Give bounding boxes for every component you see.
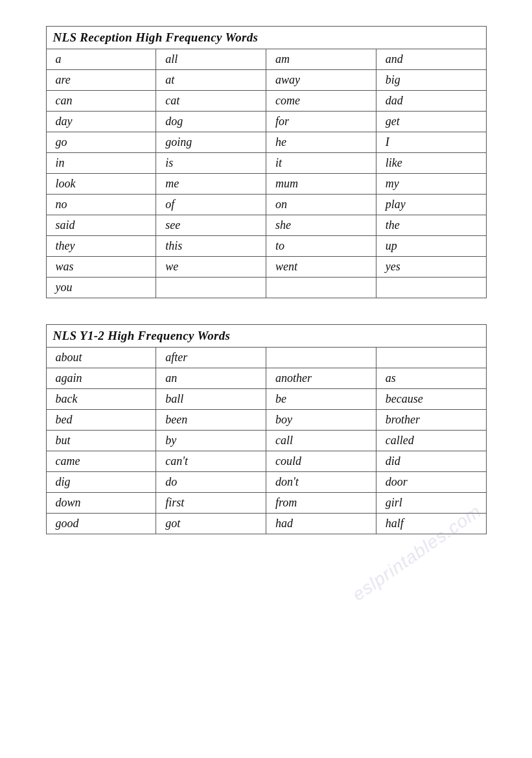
table-cell: came xyxy=(46,451,156,472)
table-cell: of xyxy=(156,195,266,215)
table-cell: and xyxy=(376,49,486,70)
table-cell: after xyxy=(156,348,266,368)
table-cell: me xyxy=(156,174,266,195)
table-cell: he xyxy=(266,132,376,153)
table-cell: we xyxy=(156,257,266,278)
table-cell: to xyxy=(266,236,376,257)
table-cell xyxy=(376,348,486,368)
table-cell: called xyxy=(376,431,486,451)
table-cell: by xyxy=(156,431,266,451)
table2-title: NLS Y1-2 High Frequency Words xyxy=(46,325,486,348)
table-cell: like xyxy=(376,153,486,174)
page-content: NLS Reception High Frequency Words aalla… xyxy=(26,26,506,534)
table-cell: been xyxy=(156,410,266,431)
table-cell: brother xyxy=(376,410,486,431)
table-cell: get xyxy=(376,112,486,132)
table-cell: go xyxy=(46,132,156,153)
table-cell: you xyxy=(46,278,156,298)
table-cell: went xyxy=(266,257,376,278)
table-cell: away xyxy=(266,70,376,91)
table-cell: this xyxy=(156,236,266,257)
table-cell: all xyxy=(156,49,266,70)
table-cell: yes xyxy=(376,257,486,278)
table-cell: got xyxy=(156,514,266,534)
y12-table: NLS Y1-2 High Frequency Words aboutafter… xyxy=(46,324,487,534)
reception-table: NLS Reception High Frequency Words aalla… xyxy=(46,26,487,298)
table-cell: because xyxy=(376,389,486,410)
table-cell: do xyxy=(156,472,266,493)
table-cell: in xyxy=(46,153,156,174)
table-cell: an xyxy=(156,368,266,389)
table-cell: I xyxy=(376,132,486,153)
table-cell: again xyxy=(46,368,156,389)
table-cell: going xyxy=(156,132,266,153)
table1-title: NLS Reception High Frequency Words xyxy=(46,27,486,49)
table-cell: it xyxy=(266,153,376,174)
table-cell: said xyxy=(46,215,156,236)
table-cell: day xyxy=(46,112,156,132)
table-cell: a xyxy=(46,49,156,70)
table-cell: mum xyxy=(266,174,376,195)
table-cell: be xyxy=(266,389,376,410)
table-cell: was xyxy=(46,257,156,278)
table-cell: are xyxy=(46,70,156,91)
table-cell: did xyxy=(376,451,486,472)
table-cell: don't xyxy=(266,472,376,493)
table-cell: ball xyxy=(156,389,266,410)
table-cell: for xyxy=(266,112,376,132)
table-cell: down xyxy=(46,493,156,514)
table-cell xyxy=(266,348,376,368)
table-cell xyxy=(156,278,266,298)
table-cell: cat xyxy=(156,91,266,112)
table-cell: come xyxy=(266,91,376,112)
table-cell: on xyxy=(266,195,376,215)
table-cell: from xyxy=(266,493,376,514)
table-cell: is xyxy=(156,153,266,174)
table-cell: about xyxy=(46,348,156,368)
table-cell: girl xyxy=(376,493,486,514)
table-cell: boy xyxy=(266,410,376,431)
table-cell: back xyxy=(46,389,156,410)
table-cell: see xyxy=(156,215,266,236)
table-cell: had xyxy=(266,514,376,534)
table-cell: play xyxy=(376,195,486,215)
table-cell: can xyxy=(46,91,156,112)
table-cell: look xyxy=(46,174,156,195)
table-cell: up xyxy=(376,236,486,257)
table-cell: my xyxy=(376,174,486,195)
table-cell: can't xyxy=(156,451,266,472)
table-cell: another xyxy=(266,368,376,389)
table-cell xyxy=(376,278,486,298)
table-cell: bed xyxy=(46,410,156,431)
table-cell: they xyxy=(46,236,156,257)
table-cell: dog xyxy=(156,112,266,132)
table-cell: first xyxy=(156,493,266,514)
table-cell: as xyxy=(376,368,486,389)
table-cell: she xyxy=(266,215,376,236)
table-cell: but xyxy=(46,431,156,451)
table-cell: am xyxy=(266,49,376,70)
table-cell: big xyxy=(376,70,486,91)
table-cell: good xyxy=(46,514,156,534)
table-cell: dad xyxy=(376,91,486,112)
table-cell xyxy=(266,278,376,298)
table-cell: at xyxy=(156,70,266,91)
table-cell: door xyxy=(376,472,486,493)
table-cell: could xyxy=(266,451,376,472)
table-cell: dig xyxy=(46,472,156,493)
table-cell: the xyxy=(376,215,486,236)
table-cell: half xyxy=(376,514,486,534)
table-cell: call xyxy=(266,431,376,451)
table-cell: no xyxy=(46,195,156,215)
